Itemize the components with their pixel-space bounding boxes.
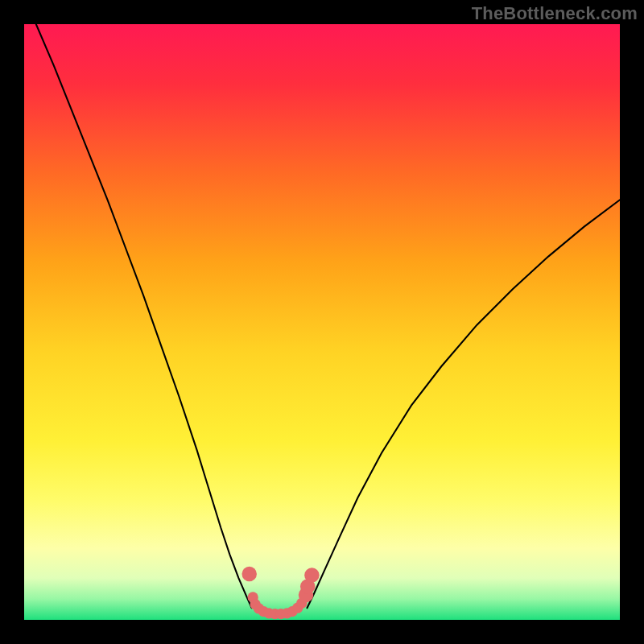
marker-dot: [304, 568, 320, 583]
outer-frame: TheBottleneck.com: [0, 0, 644, 644]
plot-area: [24, 24, 620, 620]
chart-svg: [24, 24, 620, 620]
watermark-text: TheBottleneck.com: [472, 3, 638, 24]
marker-dot: [242, 567, 257, 582]
gradient-background: [24, 24, 620, 620]
